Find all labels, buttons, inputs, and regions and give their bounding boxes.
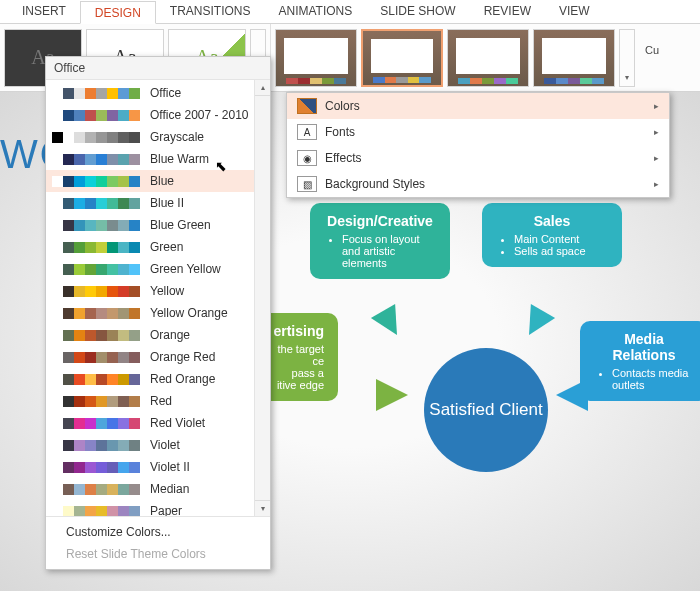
chevron-right-icon: ▸ (654, 127, 659, 137)
color-scheme-label: Blue II (150, 196, 184, 210)
color-scheme-item[interactable]: Violet II (46, 456, 270, 478)
submenu-fonts[interactable]: A Fonts▸ (287, 119, 669, 145)
scroll-down-icon[interactable]: ▾ (255, 500, 270, 516)
effects-icon: ◉ (297, 150, 317, 166)
color-swatches (52, 220, 140, 231)
color-scheme-item[interactable]: Red (46, 390, 270, 412)
variant-thumb-2[interactable] (361, 29, 443, 87)
color-scheme-label: Orange Red (150, 350, 215, 364)
box-sales: Sales Main ContentSells ad space (482, 203, 622, 267)
color-swatches (52, 132, 140, 143)
color-scheme-label: Yellow (150, 284, 184, 298)
color-scheme-label: Paper (150, 504, 182, 516)
color-swatches (52, 308, 140, 319)
arrow-icon (371, 304, 409, 342)
color-scheme-label: Grayscale (150, 130, 204, 144)
color-scheme-item[interactable]: Blue (46, 170, 270, 192)
chevron-right-icon: ▸ (654, 101, 659, 111)
arrow-icon (517, 304, 555, 342)
scroll-up-icon[interactable]: ▴ (255, 80, 270, 96)
color-scheme-item[interactable]: Violet (46, 434, 270, 456)
colors-footer: Customize Colors... Reset Slide Theme Co… (46, 516, 270, 569)
tab-transitions[interactable]: TRANSITIONS (156, 0, 265, 23)
submenu-effects[interactable]: ◉ Effects▸ (287, 145, 669, 171)
chevron-right-icon: ▸ (654, 179, 659, 189)
reset-theme-colors: Reset Slide Theme Colors (46, 543, 270, 565)
color-scheme-label: Yellow Orange (150, 306, 228, 320)
color-scheme-label: Blue Green (150, 218, 211, 232)
color-swatches (52, 440, 140, 451)
color-swatches (52, 484, 140, 495)
color-scheme-item[interactable]: Blue Green (46, 214, 270, 236)
tab-slideshow[interactable]: SLIDE SHOW (366, 0, 469, 23)
color-scheme-label: Orange (150, 328, 190, 342)
color-scheme-label: Office (150, 86, 181, 100)
variant-thumb-4[interactable] (533, 29, 615, 87)
variant-more-button[interactable]: ▾ (619, 29, 635, 87)
box-design: Design/Creative Focus on layout and arti… (310, 203, 450, 279)
tab-animations[interactable]: ANIMATIONS (264, 0, 366, 23)
color-scheme-item[interactable]: Blue II (46, 192, 270, 214)
tab-review[interactable]: REVIEW (470, 0, 545, 23)
colors-icon: . (297, 98, 317, 114)
color-swatches (52, 352, 140, 363)
customize-colors[interactable]: Customize Colors... (46, 521, 270, 543)
color-scheme-item[interactable]: Office 2007 - 2010 (46, 104, 270, 126)
colors-dropdown: Office OfficeOffice 2007 - 2010Grayscale… (45, 56, 271, 570)
color-scheme-item[interactable]: Green Yellow (46, 258, 270, 280)
color-swatches (52, 462, 140, 473)
color-scheme-label: Blue (150, 174, 174, 188)
arrow-icon (376, 379, 408, 411)
color-scheme-item[interactable]: Red Violet (46, 412, 270, 434)
color-scheme-item[interactable]: Blue Warm (46, 148, 270, 170)
color-swatches (52, 110, 140, 121)
color-scheme-item[interactable]: Yellow Orange (46, 302, 270, 324)
color-swatches (52, 88, 140, 99)
color-swatches (52, 396, 140, 407)
variant-gallery: ▾ (270, 24, 639, 91)
color-scheme-item[interactable]: Paper (46, 500, 270, 516)
submenu-background[interactable]: ▧ Background Styles▸ (287, 171, 669, 197)
colors-list: OfficeOffice 2007 - 2010GrayscaleBlue Wa… (46, 80, 270, 516)
color-scheme-item[interactable]: Green (46, 236, 270, 258)
chevron-right-icon: ▸ (654, 153, 659, 163)
fonts-icon: A (297, 124, 317, 140)
color-swatches (52, 286, 140, 297)
box-media: Media Relations Contacts media outlets (580, 321, 700, 401)
variants-submenu: . Colors▸ A Fonts▸ ◉ Effects▸ ▧ Backgrou… (286, 92, 670, 198)
tab-view[interactable]: VIEW (545, 0, 604, 23)
background-icon: ▧ (297, 176, 317, 192)
color-swatches (52, 198, 140, 209)
color-swatches (52, 330, 140, 341)
variant-thumb-3[interactable] (447, 29, 529, 87)
color-scheme-label: Violet II (150, 460, 190, 474)
ribbon-tabs: INSERT DESIGN TRANSITIONS ANIMATIONS SLI… (0, 0, 700, 24)
colors-section-label: Office (46, 57, 270, 80)
color-scheme-item[interactable]: Orange Red (46, 346, 270, 368)
color-scheme-label: Office 2007 - 2010 (150, 108, 249, 122)
color-scheme-label: Red Violet (150, 416, 205, 430)
color-swatches (52, 242, 140, 253)
variant-thumb-1[interactable] (275, 29, 357, 87)
color-scheme-label: Red Orange (150, 372, 215, 386)
scrollbar[interactable]: ▴ ▾ (254, 80, 270, 516)
center-circle: Satisfied Client (424, 348, 548, 472)
color-scheme-item[interactable]: Red Orange (46, 368, 270, 390)
color-swatches (52, 374, 140, 385)
arrow-icon (556, 379, 588, 411)
tab-insert[interactable]: INSERT (8, 0, 80, 23)
color-scheme-label: Green (150, 240, 183, 254)
submenu-colors[interactable]: . Colors▸ (287, 93, 669, 119)
color-scheme-item[interactable]: Grayscale (46, 126, 270, 148)
tab-design[interactable]: DESIGN (80, 1, 156, 24)
color-scheme-item[interactable]: Office (46, 82, 270, 104)
color-scheme-label: Blue Warm (150, 152, 209, 166)
color-scheme-item[interactable]: Orange (46, 324, 270, 346)
color-scheme-item[interactable]: Median (46, 478, 270, 500)
color-scheme-label: Red (150, 394, 172, 408)
color-scheme-label: Violet (150, 438, 180, 452)
color-swatches (52, 176, 140, 187)
color-scheme-item[interactable]: Yellow (46, 280, 270, 302)
color-swatches (52, 264, 140, 275)
color-swatches (52, 154, 140, 165)
